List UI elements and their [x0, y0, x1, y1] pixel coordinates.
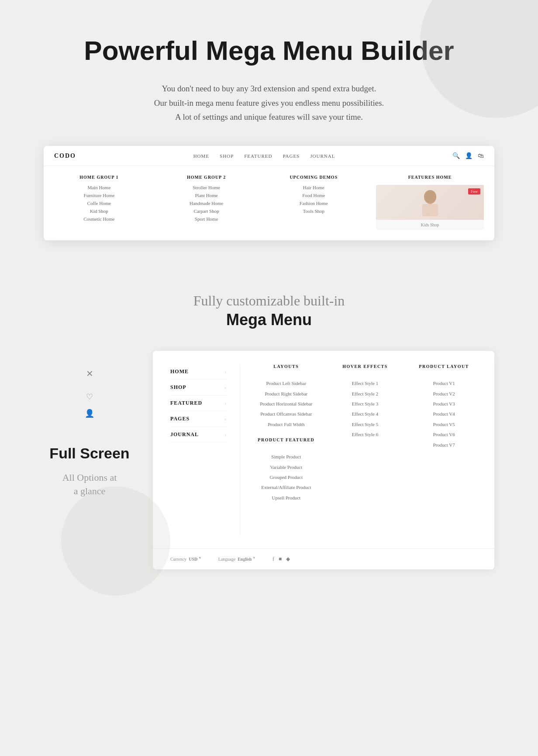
language-label: Language English ˅ — [218, 557, 255, 562]
sidebar-icons: ♡ 👤 — [39, 392, 140, 418]
user-icon[interactable]: 👤 — [465, 152, 472, 160]
social-links: f ■ ◆ — [272, 556, 290, 562]
fs-col-layouts: LAYOUTS Product Left Sidebar Product Rig… — [253, 364, 319, 535]
hover-item[interactable]: Effect Style 3 — [332, 399, 398, 409]
menu-group-1-title: HOME GROUP 1 — [54, 175, 144, 180]
hover-item[interactable]: Effect Style 6 — [332, 430, 398, 440]
instagram-icon[interactable]: ■ — [279, 556, 282, 562]
pinterest-icon[interactable]: ◆ — [286, 556, 290, 562]
product-layout-item[interactable]: Product V7 — [411, 440, 477, 450]
browser-navbar: CODO HOME SHOP FEATURED PAGES JOURNAL 🔍 … — [44, 146, 494, 166]
hover-item[interactable]: Effect Style 5 — [332, 420, 398, 430]
menu-featured: FEATURES HOME Free Kids Shop — [376, 175, 484, 230]
section2-title: Mega Menu — [26, 311, 512, 329]
featured-card[interactable]: Free Kids Shop — [376, 185, 484, 230]
facebook-icon[interactable]: f — [272, 556, 274, 562]
chevron-right-icon: › — [225, 416, 227, 421]
heart-icon[interactable]: ♡ — [39, 392, 140, 402]
menu-item[interactable]: Coffe Home — [54, 201, 144, 206]
menu-item[interactable]: Cosmetic Home — [54, 216, 144, 222]
product-layout-item[interactable]: Product V2 — [411, 389, 477, 399]
nav-link-home[interactable]: HOME — [193, 153, 209, 159]
product-layout-item[interactable]: Product V5 — [411, 420, 477, 430]
fs-nav-shop-label: SHOP — [170, 384, 186, 391]
fs-nav-home[interactable]: HOME › — [170, 364, 227, 380]
menu-item[interactable]: Fashion Home — [269, 201, 359, 206]
menu-item[interactable]: Hair Home — [269, 185, 359, 190]
product-layout-item[interactable]: Product V1 — [411, 378, 477, 388]
menu-item[interactable]: Food Home — [269, 193, 359, 198]
nav-link-shop[interactable]: SHOP — [220, 153, 234, 159]
menu-item[interactable]: Furniture Home — [54, 193, 144, 198]
search-icon[interactable]: 🔍 — [452, 152, 460, 160]
cart-icon[interactable]: 🛍 — [478, 153, 484, 160]
nav-links: HOME SHOP FEATURED PAGES JOURNAL — [193, 153, 335, 159]
menu-item[interactable]: Kid Shop — [54, 208, 144, 214]
featured-caption: Kids Shop — [376, 220, 484, 230]
layout-item[interactable]: Product Full Width — [253, 420, 319, 430]
menu-item[interactable]: Stroller Home — [162, 185, 252, 190]
nav-link-featured[interactable]: FEATURED — [244, 153, 272, 159]
svg-rect-1 — [422, 204, 438, 216]
product-layout-item[interactable]: Product V4 — [411, 409, 477, 419]
product-featured-item[interactable]: External/Affiliate Product — [253, 482, 319, 492]
menu-item[interactable]: Tools Shop — [269, 208, 359, 214]
menu-group-3: UPCOMING DEMOS Hair Home Food Home Fashi… — [269, 175, 359, 230]
menu-group-2: HOME GROUP 2 Stroller Home Plant Home Ha… — [162, 175, 252, 230]
customizable-section: Fully customizable built-in Mega Menu ✕ … — [0, 258, 538, 587]
browser-mockup: CODO HOME SHOP FEATURED PAGES JOURNAL 🔍 … — [44, 146, 494, 240]
hover-item[interactable]: Effect Style 4 — [332, 409, 398, 419]
product-featured-item[interactable]: Grouped Product — [253, 472, 319, 482]
hover-item[interactable]: Effect Style 2 — [332, 389, 398, 399]
desc-line1: All Options at — [62, 472, 117, 483]
layout-item[interactable]: Product Offcanvas Sidebar — [253, 409, 319, 419]
fs-nav-home-label: HOME — [170, 368, 189, 375]
featured-badge: Free — [468, 188, 480, 194]
nav-logo: CODO — [54, 153, 76, 160]
nav-link-journal[interactable]: JOURNAL — [310, 153, 335, 159]
product-layout-col-title: PRODUCT LAYOUT — [411, 364, 477, 372]
product-featured-col-title: PRODUCT FEATURED — [253, 437, 319, 446]
nav-link-pages[interactable]: PAGES — [283, 153, 300, 159]
hero-subtitle: You don't need to buy any 3rd extension … — [99, 82, 439, 124]
fs-nav-journal[interactable]: JOURNAL › — [170, 427, 227, 443]
menu-group-2-title: HOME GROUP 2 — [162, 175, 252, 180]
fullscreen-menu-wrapper: HOME › SHOP › FEATURED › PAGES › — [153, 351, 494, 569]
fs-nav-featured-label: FEATURED — [170, 400, 202, 406]
fs-footer: Currency USD ˅ Language English ˅ f ■ ◆ — [153, 548, 494, 569]
subtitle-line1: You don't need to buy any 3rd extension … — [162, 84, 376, 93]
subtitle-line3: A lot of settings and unique features wi… — [175, 112, 363, 121]
fs-nav-pages[interactable]: PAGES › — [170, 411, 227, 427]
fs-content-cols: LAYOUTS Product Left Sidebar Product Rig… — [253, 364, 477, 535]
fs-nav-shop[interactable]: SHOP › — [170, 380, 227, 395]
hero-title: Powerful Mega Menu Builder — [26, 35, 512, 66]
hover-item[interactable]: Effect Style 1 — [332, 378, 398, 388]
layout-item[interactable]: Product Left Sidebar — [253, 378, 319, 388]
menu-item[interactable]: Sport Home — [162, 216, 252, 222]
menu-group-1: HOME GROUP 1 Main Home Furniture Home Co… — [54, 175, 144, 230]
menu-item[interactable]: Handmade Home — [162, 201, 252, 206]
product-featured-item[interactable]: Variable Product — [253, 462, 319, 472]
layout-item[interactable]: Product Horizontal Sidebar — [253, 399, 319, 409]
menu-item[interactable]: Main Home — [54, 185, 144, 190]
product-layout-item[interactable]: Product V6 — [411, 430, 477, 440]
layout-item[interactable]: Product Right Sidebar — [253, 389, 319, 399]
chevron-right-icon: › — [225, 369, 227, 374]
layouts-col-title: LAYOUTS — [253, 364, 319, 372]
svg-point-2 — [424, 190, 436, 203]
hero-section: Powerful Mega Menu Builder You don't nee… — [0, 0, 538, 258]
hover-col-title: HOVER EFFECTS — [332, 364, 398, 372]
menu-item[interactable]: Carpart Shop — [162, 208, 252, 214]
menu-group-1-items: Main Home Furniture Home Coffe Home Kid … — [54, 185, 144, 222]
product-featured-item[interactable]: Upsell Product — [253, 493, 319, 503]
product-featured-item[interactable]: Simple Product — [253, 452, 319, 462]
menu-group-3-items: Hair Home Food Home Fashion Home Tools S… — [269, 185, 359, 214]
product-layout-item[interactable]: Product V3 — [411, 399, 477, 409]
fs-nav-featured[interactable]: FEATURED › — [170, 395, 227, 411]
user-icon[interactable]: 👤 — [39, 409, 140, 418]
fs-nav-column: HOME › SHOP › FEATURED › PAGES › — [170, 364, 240, 535]
fullscreen-label: Full Screen — [39, 444, 140, 462]
menu-item[interactable]: Plant Home — [162, 193, 252, 198]
featured-illustration — [413, 185, 448, 220]
close-icon[interactable]: ✕ — [39, 368, 140, 379]
